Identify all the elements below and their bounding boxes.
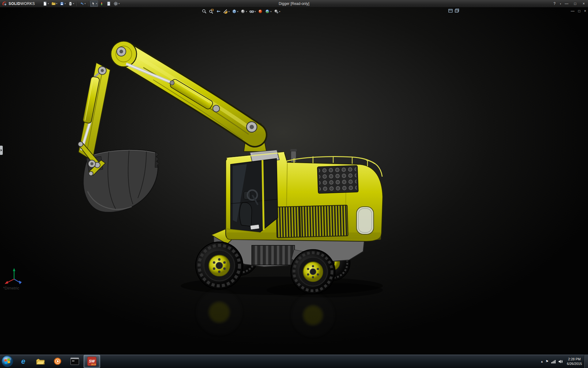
dropdown-caret-icon[interactable]: ▾ (73, 2, 74, 5)
taskbar-item-solidworks[interactable]: SW 2015 (84, 355, 100, 368)
command-prompt-icon (70, 358, 79, 365)
exhaust-cap (290, 149, 297, 151)
taskbar-item-internet-explorer[interactable]: e (15, 355, 32, 368)
brand-text: SOLIDWORKS (9, 2, 35, 6)
start-button[interactable] (0, 355, 15, 368)
show-desktop-button[interactable] (584, 355, 588, 368)
excavator-wheel-front-outer[interactable] (196, 242, 243, 289)
rebuild-traffic-light-icon (99, 1, 104, 6)
clock-date: 6/26/2015 (567, 362, 582, 366)
undo-button[interactable]: ▾ (78, 1, 87, 7)
cab-glass[interactable] (231, 159, 278, 232)
toolbar-separator (88, 1, 89, 6)
solidworks-icon: SW 2015 (87, 357, 96, 366)
hidden-icons-button[interactable]: ▴ (541, 359, 543, 363)
undo-icon (79, 1, 84, 6)
file-properties-icon (106, 1, 111, 6)
print-button[interactable]: ▾ (67, 1, 75, 7)
dropdown-caret-icon[interactable]: ▾ (119, 2, 120, 5)
engine-grille[interactable] (276, 205, 348, 238)
file-properties-button[interactable] (105, 1, 112, 7)
excavator-model[interactable] (0, 7, 588, 354)
titlebar-toolbar: ▾ ▾ ▾ ▾ ▾ ▾ (42, 1, 121, 7)
seat (239, 203, 252, 226)
brand-part1: SOLID (9, 2, 21, 6)
open-button[interactable]: ▾ (50, 1, 58, 7)
gear-icon (113, 1, 118, 6)
minimize-button[interactable]: — (564, 2, 570, 6)
close-button[interactable]: × (581, 2, 587, 6)
solidworks-icon-year: 2015 (91, 363, 96, 366)
titlebar: SOLIDWORKS ▾ ▾ ▾ ▾ ▾ (0, 0, 588, 7)
taskbar-clock[interactable]: 2:28 PM 6/26/2015 (566, 357, 583, 366)
rear-window-panel[interactable] (356, 207, 374, 234)
brand-part2: WORKS (21, 2, 35, 6)
taskbar-item-media-player[interactable] (49, 355, 66, 368)
network-icon[interactable] (551, 360, 556, 363)
cab-work-light[interactable] (250, 224, 259, 229)
help-caret-icon[interactable]: ▾ (560, 3, 561, 5)
dropdown-caret-icon[interactable]: ▾ (56, 2, 58, 5)
maximize-button[interactable]: □ (572, 2, 578, 6)
volume-icon[interactable] (558, 359, 563, 364)
radiator-grid[interactable] (318, 166, 358, 193)
toolbar-separator (77, 1, 77, 6)
dassault-logo-icon (2, 1, 7, 6)
window-controls: ? ▾ — □ × (551, 0, 587, 7)
exhaust-stack[interactable] (291, 151, 296, 164)
new-document-icon (43, 1, 47, 6)
print-icon (68, 1, 73, 6)
solidworks-icon-text: SW (89, 359, 95, 363)
app-brand: SOLIDWORKS (0, 1, 38, 6)
save-button[interactable]: ▾ (58, 1, 67, 7)
options-button[interactable]: ▾ (112, 1, 121, 7)
rebuild-button[interactable] (98, 1, 105, 7)
windows-orb-icon (1, 355, 13, 367)
dropdown-caret-icon[interactable]: ▾ (96, 2, 97, 5)
select-button[interactable]: ▾ (90, 1, 98, 7)
taskbar-item-command-prompt[interactable] (66, 355, 83, 368)
view-orientation-label: *Dimetric (3, 286, 19, 290)
clock-time: 2:28 PM (567, 357, 582, 362)
dropdown-caret-icon[interactable]: ▾ (85, 2, 86, 5)
system-tray: ▴ ⚑ 2:28 PM 6/26/2015 (541, 355, 583, 368)
save-icon (59, 1, 64, 6)
task-pane-tab[interactable] (0, 146, 3, 155)
action-center-flag-icon[interactable]: ⚑ (545, 359, 548, 363)
screen: SOLIDWORKS ▾ ▾ ▾ ▾ ▾ (0, 0, 588, 368)
internet-explorer-icon: e (21, 357, 25, 366)
folder-icon (36, 358, 45, 365)
taskbar: e SW 2015 ▴ ⚑ (0, 354, 588, 368)
cab-pillar (262, 160, 264, 230)
expand-arrow-icon (1, 149, 2, 151)
excavator-wheel-rear-outer[interactable] (291, 250, 335, 294)
wheel-reflections (197, 289, 334, 337)
open-folder-icon (51, 1, 56, 6)
media-player-icon (54, 357, 62, 365)
excavator-body[interactable] (226, 149, 383, 241)
reference-triad (3, 267, 24, 285)
dropdown-caret-icon[interactable]: ▾ (48, 2, 49, 5)
excavator-boom[interactable] (98, 41, 266, 151)
select-cursor-icon (91, 1, 96, 6)
graphics-area[interactable]: ▾ ▾ ▾ ▾ ▾ ▾ (0, 7, 588, 354)
taskbar-item-file-explorer[interactable] (32, 355, 49, 368)
new-document-button[interactable]: ▾ (42, 1, 50, 7)
dropdown-caret-icon[interactable]: ▾ (65, 2, 66, 5)
help-button[interactable]: ? (551, 2, 557, 6)
